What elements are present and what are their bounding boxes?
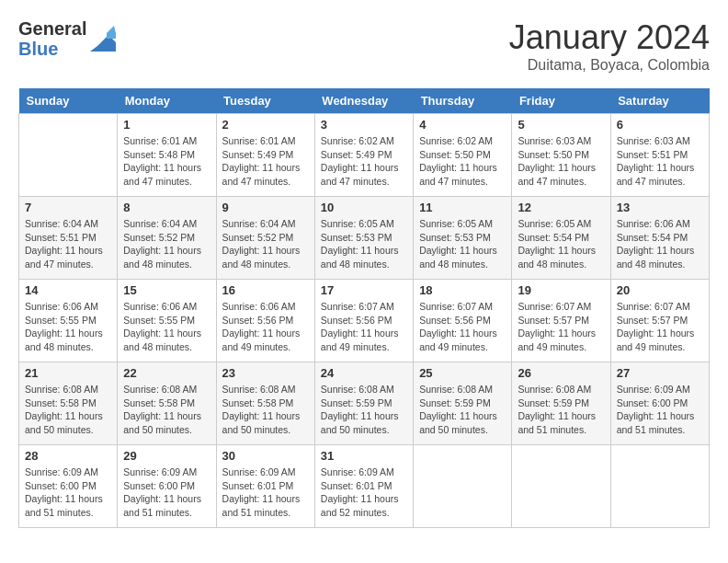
month-title: January 2024 <box>509 18 710 57</box>
day-number: 26 <box>518 366 604 380</box>
day-number: 29 <box>123 449 210 463</box>
calendar-cell: 27Sunrise: 6:09 AM Sunset: 6:00 PM Dayli… <box>610 362 709 445</box>
day-info: Sunrise: 6:05 AM Sunset: 5:53 PM Dayligh… <box>419 217 506 271</box>
day-number: 4 <box>419 118 506 132</box>
day-number: 6 <box>617 118 703 132</box>
day-number: 31 <box>321 449 407 463</box>
calendar-cell: 13Sunrise: 6:06 AM Sunset: 5:54 PM Dayli… <box>610 197 709 280</box>
calendar-cell <box>610 445 709 528</box>
calendar-cell: 21Sunrise: 6:08 AM Sunset: 5:58 PM Dayli… <box>19 362 118 445</box>
calendar-cell: 10Sunrise: 6:05 AM Sunset: 5:53 PM Dayli… <box>314 197 413 280</box>
day-info: Sunrise: 6:08 AM Sunset: 5:59 PM Dayligh… <box>419 383 506 437</box>
weekday-header-monday: Monday <box>118 88 216 114</box>
calendar-cell: 5Sunrise: 6:03 AM Sunset: 5:50 PM Daylig… <box>512 114 610 197</box>
day-info: Sunrise: 6:03 AM Sunset: 5:50 PM Dayligh… <box>518 134 604 189</box>
logo-blue-text: Blue <box>18 39 86 59</box>
day-number: 8 <box>123 201 210 214</box>
day-number: 18 <box>419 283 506 297</box>
calendar-cell: 11Sunrise: 6:05 AM Sunset: 5:53 PM Dayli… <box>414 197 512 280</box>
day-number: 25 <box>419 366 506 380</box>
day-number: 27 <box>617 366 703 380</box>
calendar-cell: 7Sunrise: 6:04 AM Sunset: 5:51 PM Daylig… <box>19 197 118 280</box>
day-info: Sunrise: 6:06 AM Sunset: 5:56 PM Dayligh… <box>222 300 309 354</box>
day-number: 22 <box>123 366 210 380</box>
day-info: Sunrise: 6:02 AM Sunset: 5:50 PM Dayligh… <box>419 134 506 189</box>
logo-icon <box>90 26 116 52</box>
day-number: 16 <box>222 283 309 297</box>
day-number: 17 <box>321 283 407 297</box>
calendar-cell: 26Sunrise: 6:08 AM Sunset: 5:59 PM Dayli… <box>512 362 610 445</box>
weekday-header-row: SundayMondayTuesdayWednesdayThursdayFrid… <box>19 88 710 114</box>
weekday-header-tuesday: Tuesday <box>216 88 314 114</box>
day-number: 20 <box>617 283 703 297</box>
day-info: Sunrise: 6:07 AM Sunset: 5:56 PM Dayligh… <box>419 300 506 354</box>
week-row-5: 28Sunrise: 6:09 AM Sunset: 6:00 PM Dayli… <box>19 445 710 528</box>
week-row-3: 14Sunrise: 6:06 AM Sunset: 5:55 PM Dayli… <box>19 280 710 362</box>
calendar-cell: 2Sunrise: 6:01 AM Sunset: 5:49 PM Daylig… <box>216 114 314 197</box>
day-number: 11 <box>419 201 506 214</box>
calendar-cell: 12Sunrise: 6:05 AM Sunset: 5:54 PM Dayli… <box>512 197 610 280</box>
week-row-2: 7Sunrise: 6:04 AM Sunset: 5:51 PM Daylig… <box>19 197 710 280</box>
day-number: 19 <box>518 283 604 297</box>
day-info: Sunrise: 6:05 AM Sunset: 5:54 PM Dayligh… <box>518 217 604 271</box>
location-title: Duitama, Boyaca, Colombia <box>509 57 710 74</box>
calendar-cell: 28Sunrise: 6:09 AM Sunset: 6:00 PM Dayli… <box>19 445 118 528</box>
day-number: 10 <box>321 201 407 214</box>
day-info: Sunrise: 6:09 AM Sunset: 6:00 PM Dayligh… <box>123 465 210 520</box>
day-info: Sunrise: 6:08 AM Sunset: 5:59 PM Dayligh… <box>321 383 407 437</box>
calendar-cell: 23Sunrise: 6:08 AM Sunset: 5:58 PM Dayli… <box>216 362 314 445</box>
calendar-cell: 4Sunrise: 6:02 AM Sunset: 5:50 PM Daylig… <box>414 114 512 197</box>
day-info: Sunrise: 6:01 AM Sunset: 5:49 PM Dayligh… <box>222 134 309 189</box>
calendar-cell <box>19 114 118 197</box>
day-info: Sunrise: 6:03 AM Sunset: 5:51 PM Dayligh… <box>617 134 703 189</box>
day-info: Sunrise: 6:09 AM Sunset: 6:00 PM Dayligh… <box>25 465 111 520</box>
day-info: Sunrise: 6:06 AM Sunset: 5:55 PM Dayligh… <box>123 300 210 354</box>
day-info: Sunrise: 6:09 AM Sunset: 6:00 PM Dayligh… <box>617 383 703 437</box>
calendar-cell: 31Sunrise: 6:09 AM Sunset: 6:01 PM Dayli… <box>314 445 413 528</box>
calendar-cell: 22Sunrise: 6:08 AM Sunset: 5:58 PM Dayli… <box>118 362 216 445</box>
day-number: 15 <box>123 283 210 297</box>
day-number: 23 <box>222 366 309 380</box>
day-number: 5 <box>518 118 604 132</box>
day-number: 1 <box>123 118 210 132</box>
calendar-cell: 18Sunrise: 6:07 AM Sunset: 5:56 PM Dayli… <box>414 280 512 362</box>
calendar-cell: 25Sunrise: 6:08 AM Sunset: 5:59 PM Dayli… <box>414 362 512 445</box>
calendar-cell: 16Sunrise: 6:06 AM Sunset: 5:56 PM Dayli… <box>216 280 314 362</box>
day-number: 13 <box>617 201 703 214</box>
calendar-cell <box>414 445 512 528</box>
day-info: Sunrise: 6:04 AM Sunset: 5:51 PM Dayligh… <box>25 217 111 271</box>
day-info: Sunrise: 6:08 AM Sunset: 5:59 PM Dayligh… <box>518 383 604 437</box>
day-info: Sunrise: 6:06 AM Sunset: 5:55 PM Dayligh… <box>25 300 111 354</box>
day-number: 9 <box>222 201 309 214</box>
calendar-cell: 6Sunrise: 6:03 AM Sunset: 5:51 PM Daylig… <box>610 114 709 197</box>
day-info: Sunrise: 6:05 AM Sunset: 5:53 PM Dayligh… <box>321 217 407 271</box>
calendar-cell: 30Sunrise: 6:09 AM Sunset: 6:01 PM Dayli… <box>216 445 314 528</box>
calendar-cell: 8Sunrise: 6:04 AM Sunset: 5:52 PM Daylig… <box>118 197 216 280</box>
day-info: Sunrise: 6:09 AM Sunset: 6:01 PM Dayligh… <box>222 465 309 520</box>
calendar-cell: 17Sunrise: 6:07 AM Sunset: 5:56 PM Dayli… <box>314 280 413 362</box>
weekday-header-friday: Friday <box>512 88 610 114</box>
calendar-cell: 15Sunrise: 6:06 AM Sunset: 5:55 PM Dayli… <box>118 280 216 362</box>
svg-marker-1 <box>107 26 116 39</box>
day-number: 21 <box>25 366 111 380</box>
logo-general-text: General <box>18 18 86 39</box>
day-info: Sunrise: 6:08 AM Sunset: 5:58 PM Dayligh… <box>25 383 111 437</box>
day-info: Sunrise: 6:08 AM Sunset: 5:58 PM Dayligh… <box>222 383 309 437</box>
day-info: Sunrise: 6:07 AM Sunset: 5:57 PM Dayligh… <box>617 300 703 354</box>
calendar-cell: 24Sunrise: 6:08 AM Sunset: 5:59 PM Dayli… <box>314 362 413 445</box>
calendar-cell: 1Sunrise: 6:01 AM Sunset: 5:48 PM Daylig… <box>118 114 216 197</box>
calendar-cell: 3Sunrise: 6:02 AM Sunset: 5:49 PM Daylig… <box>314 114 413 197</box>
day-info: Sunrise: 6:09 AM Sunset: 6:01 PM Dayligh… <box>321 465 407 520</box>
day-info: Sunrise: 6:07 AM Sunset: 5:57 PM Dayligh… <box>518 300 604 354</box>
weekday-header-thursday: Thursday <box>414 88 512 114</box>
week-row-4: 21Sunrise: 6:08 AM Sunset: 5:58 PM Dayli… <box>19 362 710 445</box>
page-header: General Blue January 2024 Duitama, Boyac… <box>18 18 710 74</box>
day-number: 24 <box>321 366 407 380</box>
day-number: 28 <box>25 449 111 463</box>
day-info: Sunrise: 6:07 AM Sunset: 5:56 PM Dayligh… <box>321 300 407 354</box>
calendar-cell: 9Sunrise: 6:04 AM Sunset: 5:52 PM Daylig… <box>216 197 314 280</box>
weekday-header-sunday: Sunday <box>19 88 118 114</box>
calendar-cell: 14Sunrise: 6:06 AM Sunset: 5:55 PM Dayli… <box>19 280 118 362</box>
day-info: Sunrise: 6:04 AM Sunset: 5:52 PM Dayligh… <box>123 217 210 271</box>
weekday-header-saturday: Saturday <box>610 88 709 114</box>
